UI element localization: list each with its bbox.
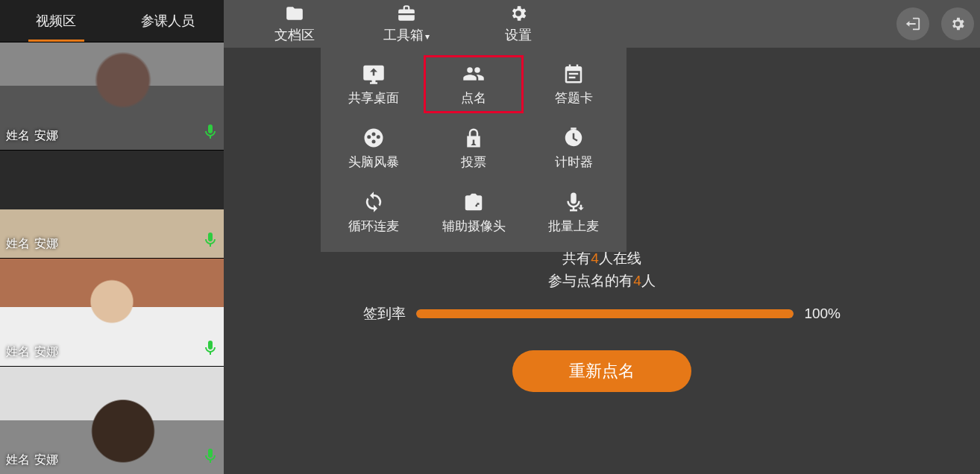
tool-label: 答题卡: [555, 89, 593, 107]
name-value: 安娜: [34, 128, 58, 144]
tool-vote[interactable]: 投票: [424, 119, 524, 177]
chevron-down-icon: ▾: [425, 31, 430, 42]
tool-share-desktop[interactable]: 共享桌面: [324, 55, 424, 113]
loop-icon: [362, 191, 385, 213]
brainstorm-icon: [362, 127, 385, 149]
tool-label: 辅助摄像头: [442, 218, 506, 235]
mic-icon[interactable]: [201, 123, 219, 144]
rate-label: 签到率: [363, 304, 406, 323]
bulk-mic-icon: [562, 191, 585, 213]
rate-percent: 100%: [804, 306, 841, 322]
folder-icon: [285, 4, 304, 23]
menu-settings-label: 设置: [505, 26, 532, 44]
name-value: 安娜: [34, 344, 58, 360]
video-name-bar: 姓名 安娜: [0, 343, 64, 361]
timer-icon: [562, 127, 585, 149]
joined-count: 4: [633, 273, 641, 288]
text: 人在线: [599, 250, 641, 266]
mic-icon[interactable]: [201, 231, 219, 252]
logout-icon: [905, 16, 921, 32]
tab-video[interactable]: 视频区: [0, 0, 112, 42]
name-label: 姓名: [6, 344, 30, 360]
text: 人: [641, 273, 656, 288]
answer-card-icon: [562, 63, 585, 85]
video-tile[interactable]: 姓名 安娜: [0, 42, 224, 150]
video-name-bar: 姓名 安娜: [0, 235, 64, 253]
menu-settings[interactable]: 设置: [462, 0, 574, 48]
logout-button[interactable]: [896, 7, 929, 40]
menu-doc[interactable]: 文档区: [239, 0, 351, 48]
video-tile[interactable]: 姓名 安娜: [0, 150, 224, 258]
menu-doc-label: 文档区: [274, 26, 315, 44]
name-label: 姓名: [6, 128, 30, 144]
tab-people[interactable]: 参课人员: [112, 0, 224, 42]
video-name-bar: 姓名 安娜: [0, 451, 64, 470]
gear-icon: [509, 4, 528, 23]
left-tabs: 视频区 参课人员: [0, 0, 224, 42]
tool-rollcall[interactable]: 点名: [424, 55, 524, 113]
main-area: 文档区 工具箱▾ 设置 共享桌面: [224, 0, 980, 474]
rollcall-result: 共有4人在线 参与点名的有4人 签到率 100% 重新点名: [363, 246, 841, 392]
name-value: 安娜: [34, 452, 58, 468]
left-sidebar: 视频区 参课人员 姓名 安娜 姓名 安娜: [0, 0, 224, 474]
aux-camera-icon: [462, 191, 485, 213]
menu-tools[interactable]: 工具箱▾: [351, 0, 462, 48]
tool-answer-card[interactable]: 答题卡: [524, 55, 624, 113]
video-tile[interactable]: 姓名 安娜: [0, 366, 224, 474]
tool-label: 投票: [461, 154, 486, 171]
online-count: 4: [591, 250, 599, 266]
mic-icon[interactable]: [201, 447, 219, 468]
menu-tools-label: 工具箱▾: [383, 26, 430, 44]
people-icon: [462, 63, 485, 85]
video-name-bar: 姓名 安娜: [0, 127, 64, 145]
toolbox-icon: [397, 4, 416, 23]
mic-icon[interactable]: [201, 339, 219, 360]
video-tile[interactable]: 姓名 安娜: [0, 258, 224, 366]
tool-label: 头脑风暴: [348, 154, 399, 171]
tool-aux-camera[interactable]: 辅助摄像头: [424, 183, 524, 241]
tool-label: 计时器: [555, 154, 593, 171]
tool-label: 共享桌面: [348, 89, 399, 107]
progress-bar: [416, 309, 794, 318]
tool-label: 循环连麦: [348, 218, 399, 235]
progress-row: 签到率 100%: [363, 304, 841, 323]
menubar: 文档区 工具箱▾ 设置: [224, 0, 980, 48]
rollcall-again-button[interactable]: 重新点名: [512, 350, 691, 392]
joined-line: 参与点名的有4人: [363, 271, 841, 291]
text: 共有: [562, 250, 591, 266]
tool-label: 点名: [461, 89, 486, 107]
share-screen-icon: [362, 63, 385, 85]
tool-label: 批量上麦: [548, 218, 599, 235]
gear-icon: [949, 16, 966, 32]
tool-bulk-mic[interactable]: 批量上麦: [524, 183, 624, 241]
name-label: 姓名: [6, 236, 30, 252]
tool-timer[interactable]: 计时器: [524, 119, 624, 177]
toolbox-panel: 共享桌面 点名 答题卡 头脑风暴 投票 计时器: [321, 48, 626, 252]
progress-fill: [416, 309, 794, 318]
vote-icon: [462, 127, 485, 149]
tool-brainstorm[interactable]: 头脑风暴: [324, 119, 424, 177]
settings-button[interactable]: [941, 7, 974, 40]
tool-loop-mic[interactable]: 循环连麦: [324, 183, 424, 241]
name-label: 姓名: [6, 452, 30, 468]
name-value: 安娜: [34, 236, 58, 252]
video-list: 姓名 安娜 姓名 安娜 姓名: [0, 42, 224, 474]
text: 参与点名的有: [548, 273, 633, 288]
